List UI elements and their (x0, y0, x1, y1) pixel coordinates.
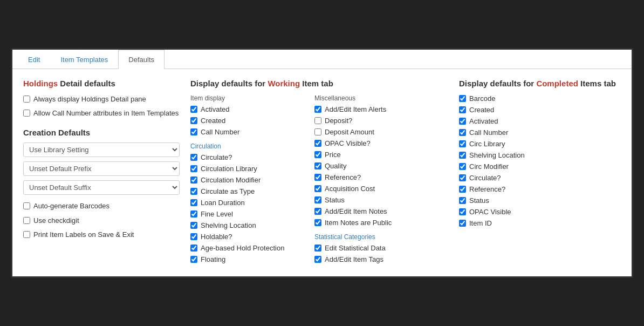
item-checkbox[interactable] (190, 244, 197, 252)
item-checkbox[interactable] (314, 219, 321, 226)
list-item: Circulate? (459, 174, 621, 182)
working-item-title: Display defaults for Working Item tab (190, 79, 448, 88)
miscellaneous-label: Miscellaneous (314, 94, 412, 102)
print-item-labels-checkbox[interactable] (23, 231, 30, 238)
item-checkbox[interactable] (314, 256, 321, 263)
item-label: Created (469, 106, 494, 114)
list-item: Add/Edit Item Tags (314, 255, 412, 263)
item-checkbox[interactable] (459, 174, 466, 181)
item-label: Price (325, 151, 341, 159)
item-label: Circulation Modifier (201, 176, 261, 184)
item-checkbox[interactable] (190, 106, 197, 113)
list-item: Price (314, 151, 412, 159)
item-checkbox[interactable] (459, 118, 466, 125)
item-label: Holdable? (201, 233, 232, 241)
list-item: Circulation Modifier (190, 176, 298, 184)
item-checkbox[interactable] (314, 196, 321, 203)
item-checkbox[interactable] (459, 186, 466, 193)
item-label: Circulate as Type (201, 187, 255, 195)
item-label: Deposit Amount (325, 128, 374, 136)
item-checkbox[interactable] (190, 188, 197, 195)
item-checkbox[interactable] (459, 197, 466, 204)
item-checkbox[interactable] (190, 233, 197, 240)
tab-item-templates[interactable]: Item Templates (50, 50, 118, 69)
item-checkbox[interactable] (459, 152, 466, 159)
statistical-label: Statistical Categories (314, 233, 412, 241)
list-item: OPAC Visible? (314, 139, 412, 147)
item-label: Quality (325, 162, 346, 170)
list-item: Add/Edit Item Notes (314, 207, 412, 215)
always-display-checkbox[interactable] (23, 96, 30, 103)
item-checkbox[interactable] (190, 199, 197, 206)
item-label: Circ Modifier (469, 162, 509, 171)
item-label: Reference? (325, 173, 361, 181)
default-suffix-dropdown-wrapper: Unset Default Suffix (23, 180, 180, 195)
item-checkbox[interactable] (314, 117, 321, 124)
item-checkbox[interactable] (459, 220, 466, 227)
item-label: Age-based Hold Protection (201, 244, 284, 252)
item-checkbox[interactable] (190, 176, 197, 184)
item-label: Item ID (469, 219, 492, 227)
item-checkbox[interactable] (190, 128, 197, 135)
default-prefix-dropdown[interactable]: Unset Default Prefix (23, 161, 180, 176)
item-checkbox[interactable] (190, 117, 197, 124)
list-item: Barcode (459, 94, 621, 103)
main-window: Edit Item Templates Defaults Holdings De… (11, 48, 633, 278)
item-checkbox[interactable] (314, 151, 321, 158)
tab-bar: Edit Item Templates Defaults (12, 50, 632, 69)
allow-call-number-label: Allow Call Number attributes in Item Tem… (33, 108, 179, 118)
list-item: Created (190, 117, 298, 125)
item-checkbox[interactable] (314, 128, 321, 135)
item-checkbox[interactable] (314, 208, 321, 215)
call-number-dropdown[interactable]: Use Library Setting (23, 142, 180, 157)
item-checkbox[interactable] (190, 154, 197, 161)
item-label: Circulate? (201, 153, 232, 161)
completed-items-title: Display defaults for Completed Items tab (459, 79, 621, 88)
print-item-labels-label: Print Item Labels on Save & Exit (33, 230, 134, 240)
tab-defaults[interactable]: Defaults (118, 50, 165, 69)
list-item: Item ID (459, 219, 621, 227)
item-checkbox[interactable] (459, 129, 466, 136)
item-checkbox[interactable] (190, 222, 197, 229)
list-item: Shelving Location (190, 221, 298, 229)
allow-call-number-checkbox[interactable] (23, 110, 30, 117)
item-checkbox[interactable] (314, 244, 321, 252)
item-label: Loan Duration (201, 199, 245, 207)
middle-inner: Item display ActivatedCreatedCall Number… (190, 94, 448, 267)
item-checkbox[interactable] (459, 106, 466, 113)
item-display-label: Item display (190, 94, 298, 102)
item-label: Add/Edit Item Tags (325, 255, 383, 263)
item-label: Circulation Library (201, 165, 257, 173)
creation-defaults-title: Creation Defaults (23, 128, 180, 137)
content-area: Holdings Detail defaults Always display … (12, 69, 632, 276)
holdings-detail-title: Holdings Detail defaults (23, 79, 180, 88)
list-item: Call Number (459, 128, 621, 137)
use-checkdigit-checkbox[interactable] (23, 217, 30, 224)
item-checkbox[interactable] (190, 165, 197, 172)
item-label: Floating (201, 255, 225, 263)
item-checkbox[interactable] (314, 140, 321, 147)
item-checkbox[interactable] (314, 174, 321, 181)
list-item: Activated (459, 117, 621, 125)
auto-generate-checkbox[interactable] (23, 202, 30, 209)
item-checkbox[interactable] (314, 162, 321, 169)
item-label: Item Notes are Public (325, 219, 392, 227)
item-checkbox[interactable] (459, 95, 466, 102)
item-checkbox[interactable] (459, 208, 466, 215)
item-checkbox[interactable] (314, 106, 321, 113)
item-checkbox[interactable] (459, 163, 466, 170)
default-suffix-dropdown[interactable]: Unset Default Suffix (23, 180, 180, 195)
item-checkbox[interactable] (190, 256, 197, 263)
list-item: Loan Duration (190, 199, 298, 207)
item-checkbox[interactable] (459, 140, 466, 147)
item-label: Activated (469, 117, 498, 125)
item-label: Edit Statistical Data (325, 244, 386, 252)
list-item: OPAC Visible (459, 208, 621, 216)
item-label: Call Number (201, 128, 239, 136)
tab-edit[interactable]: Edit (18, 50, 50, 69)
item-checkbox[interactable] (314, 185, 321, 192)
list-item: Quality (314, 162, 412, 170)
item-checkbox[interactable] (190, 210, 197, 218)
list-item: Edit Statistical Data (314, 244, 412, 252)
item-label: Call Number (469, 128, 508, 137)
